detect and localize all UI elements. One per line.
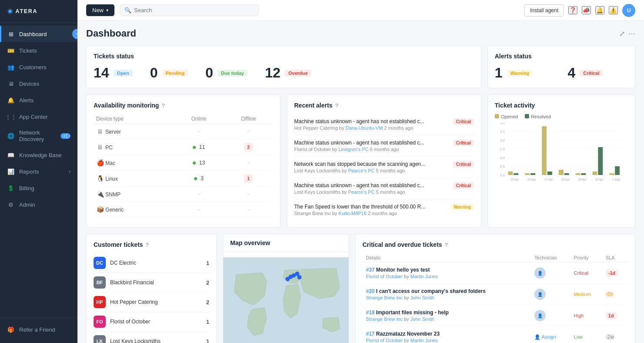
svg-rect-30 (581, 173, 586, 175)
alert-link[interactable]: Dana-Ubuntu-VM (345, 125, 383, 131)
online-dash: - (198, 191, 200, 197)
alerts-status-header: Alerts status (495, 53, 628, 60)
device-name: 🍎 Mac (94, 155, 174, 171)
sidebar-item-devices[interactable]: 🖥 Devices (0, 75, 77, 92)
svg-rect-17 (508, 172, 513, 175)
notifications-button[interactable]: 📣 (582, 6, 591, 14)
help-button[interactable]: ❓ (568, 6, 577, 14)
customer-tickets-help-icon[interactable]: ? (146, 242, 149, 248)
customer-name: DC Electric (110, 260, 202, 266)
sidebar-item-app-center[interactable]: ⋮⋮ App Center (0, 108, 77, 125)
sidebar-item-alerts[interactable]: 🔔 Alerts (0, 92, 77, 108)
ticket-stat-due: 0 Due today (205, 65, 265, 81)
grid-icon: ⊞ (7, 30, 15, 38)
sidebar-item-tickets[interactable]: 🎫 Tickets (0, 42, 77, 59)
crit-details: #37 Monitor hello yes test Florist of Oc… (362, 262, 531, 284)
device-online: - (174, 202, 224, 217)
availability-help-icon[interactable]: ? (161, 102, 165, 109)
alert-link[interactable]: Kudo-M8P16 (339, 211, 366, 216)
device-offline: - (224, 124, 273, 139)
search-input[interactable] (134, 7, 254, 13)
alert-list-item: The Fan Speed is lower than the threshol… (294, 199, 474, 220)
crit-priority: Low (570, 326, 602, 343)
book-icon: 📖 (7, 151, 15, 159)
sidebar-item-network-discovery[interactable]: 🌐 Network Discovery +1 (0, 125, 77, 147)
critical-tickets-title: Critical and overdue tickets (362, 241, 442, 248)
availability-title: Availability monitoring (94, 102, 159, 109)
crit-tech-link[interactable]: John Smith (410, 295, 434, 300)
alert-link[interactable]: Pearce's PC (348, 189, 375, 195)
sidebar-bottom: 🎁 Refer a Friend (0, 317, 77, 343)
online-count: 3 (194, 175, 204, 182)
logo: ATERA (0, 0, 77, 23)
crit-tech-link[interactable]: John Smith (410, 316, 434, 322)
device-name: 🔌 SNMP (94, 187, 174, 202)
crit-priority: High (570, 305, 602, 326)
sidebar-item-reports[interactable]: 📊 Reports › (0, 163, 77, 180)
settings-icon: ⚙ (7, 201, 15, 208)
svg-text:28 Apr: 28 Apr (561, 178, 570, 182)
alert-title: Network scan has stopped because the sca… (294, 161, 449, 167)
online-count: 13 (193, 160, 205, 166)
gift-icon: 🎁 (7, 326, 15, 333)
technician-avatar: 👤 (534, 267, 546, 279)
sidebar-item-dashboard[interactable]: ⊞ Dashboard (0, 26, 77, 42)
technician-avatar: 👤 (534, 289, 546, 300)
new-button[interactable]: New ▾ (86, 4, 114, 16)
alert-title: Machine status unknown - agent has not e… (294, 182, 449, 188)
svg-rect-32 (593, 172, 597, 175)
sidebar-item-customers[interactable]: 👥 Customers (0, 59, 77, 75)
crit-company-link[interactable]: Florist of October (366, 338, 402, 343)
crit-sla: 1d (602, 305, 628, 326)
customer-ticket-count: 2 (206, 299, 209, 306)
alert-severity-badge: Critical (453, 140, 474, 146)
sidebar-item-admin[interactable]: ⚙ Admin (0, 196, 77, 213)
sidebar-item-label: Devices (19, 81, 39, 87)
alert-link[interactable]: Pearce's PC (348, 168, 375, 173)
crit-tech-link[interactable]: Martin Jones (410, 274, 438, 279)
more-options-button[interactable]: ⋯ (628, 30, 635, 38)
install-agent-button[interactable]: Install agent (524, 4, 564, 17)
crit-company-link[interactable]: Florist of October (366, 274, 402, 279)
svg-text:1.0: 1.0 (500, 156, 505, 160)
sidebar-item-label: Tickets (19, 47, 37, 54)
crit-company-link[interactable]: Strange Brew Inc (366, 316, 402, 322)
availability-card: Availability monitoring ? Device type On… (86, 94, 281, 228)
expand-button[interactable]: ⤢ (619, 30, 625, 38)
crit-company-link[interactable]: Strange Brew Inc (366, 295, 402, 300)
alert-title: The Fan Speed is lower than the threshol… (294, 204, 446, 210)
user-avatar[interactable]: U (622, 4, 635, 17)
alerts-button[interactable]: 🔔 (595, 6, 604, 14)
warning-button[interactable]: ⚠️ (609, 6, 618, 14)
col-offline: Offline (224, 114, 273, 124)
sidebar-item-label: Billing (19, 185, 34, 192)
alert-list-item: Network scan has stopped because the sca… (294, 157, 474, 178)
alert-severity-badge: Critical (453, 118, 474, 125)
device-online: 11 (174, 139, 224, 155)
alert-text: Machine status unknown - agent has not e… (294, 182, 449, 195)
customer-name: Hot Pepper Catering (110, 299, 202, 305)
customer-avatar: BF (94, 276, 106, 289)
svg-text:2.0: 2.0 (500, 138, 505, 142)
new-button-label: New (92, 7, 104, 13)
avail-table-row: 🍎 Mac 13 - (94, 155, 273, 171)
sidebar-expand-arrow (72, 29, 77, 39)
crit-tech-link[interactable]: Martin Jones (410, 338, 438, 343)
recent-alerts-card: Recent alerts ? Machine status unknown -… (287, 94, 481, 228)
sidebar-item-refer[interactable]: 🎁 Refer a Friend (0, 321, 77, 338)
assign-button[interactable]: 👤 Assign (534, 334, 556, 340)
sidebar-item-billing[interactable]: 💲 Billing (0, 180, 77, 196)
device-online: 3 (174, 171, 224, 187)
warning-count: 1 (495, 65, 503, 81)
customer-avatar: LK (94, 335, 106, 343)
critical-tickets-help-icon[interactable]: ? (445, 242, 448, 248)
critical-badge: Critical (580, 70, 603, 77)
svg-point-1 (9, 10, 12, 13)
recent-alerts-help-icon[interactable]: ? (335, 102, 339, 109)
sidebar-item-knowledge-base[interactable]: 📖 Knowledge Base (0, 147, 77, 163)
ticket-activity-chart: 3.02.52.01.51.00.50.025 Apr26 Apr27 Apr2… (495, 123, 628, 192)
alert-link[interactable]: Lindgren's PC (339, 147, 369, 152)
search-box: 🔍 (120, 4, 259, 16)
availability-header: Availability monitoring ? (94, 102, 273, 109)
recent-alerts-title: Recent alerts (294, 102, 332, 109)
